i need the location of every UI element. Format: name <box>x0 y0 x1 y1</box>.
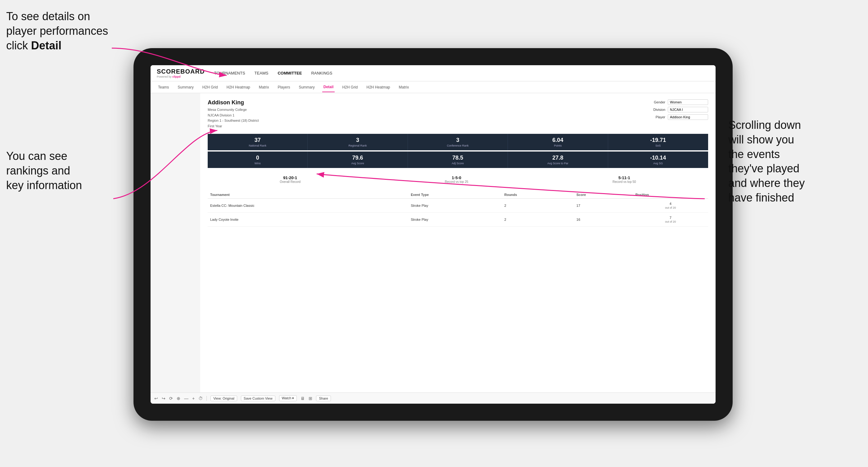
record-top25-label: Record vs top 25 <box>445 180 468 184</box>
watch-button[interactable]: Watch ▾ <box>279 395 297 401</box>
stat-sos-label: SoS <box>612 144 704 147</box>
tab-h2h-grid2[interactable]: H2H Grid <box>341 83 359 92</box>
minus-icon[interactable]: — <box>184 396 188 401</box>
td-rounds-2: 2 <box>502 213 574 227</box>
td-event-type-2: Stroke Play <box>408 213 502 227</box>
tab-summary2[interactable]: Summary <box>298 83 316 92</box>
stat-conference-rank: 3 Conference Rank <box>408 134 508 150</box>
gender-select[interactable]: Women <box>668 99 708 105</box>
stat-points-value: 6.04 <box>512 137 604 144</box>
tab-matrix2[interactable]: Matrix <box>398 83 410 92</box>
view-original-button[interactable]: View: Original <box>211 396 237 401</box>
screen-icon[interactable]: 🖥 <box>301 396 305 401</box>
player-info: Addison King Mesa Community College NJCA… <box>208 99 258 129</box>
logo-area: SCOREBOARD Powered by clippd <box>157 68 205 78</box>
main-nav-items: TOURNAMENTS TEAMS COMMITTEE RANKINGS <box>214 69 332 77</box>
stat-avg-score: 79.6 Avg Score <box>308 152 408 168</box>
stat-sos: -19.71 SoS <box>608 134 708 150</box>
player-control: Player Addison King <box>648 114 708 120</box>
stat-points: 6.04 Points <box>508 134 608 150</box>
nav-committee[interactable]: COMMITTEE <box>278 69 302 77</box>
player-label: Player <box>648 115 665 119</box>
th-rounds: Rounds <box>502 191 574 199</box>
player-year: First Year <box>208 124 258 129</box>
stat-adj-score: 78.5 Adj Score <box>408 152 508 168</box>
left-sidebar <box>151 93 200 393</box>
division-control: Division NJCAA I <box>648 107 708 113</box>
tab-h2h-heatmap[interactable]: H2H Heatmap <box>225 83 251 92</box>
stat-conference-rank-label: Conference Rank <box>412 144 504 147</box>
td-rounds-1: 2 <box>502 199 574 213</box>
stat-avg-score-label: Avg Score <box>311 162 404 165</box>
nav-teams[interactable]: TEAMS <box>254 69 269 77</box>
stat-wins-value: 0 <box>211 155 304 161</box>
record-top50: 5-11-1 Record vs top 50 <box>613 176 636 184</box>
stat-regional-rank: 3 Regional Rank <box>308 134 408 150</box>
record-top50-value: 5-11-1 <box>613 176 636 180</box>
nav-rankings[interactable]: RANKINGS <box>311 69 332 77</box>
stat-avg-score-to-par-value: 27.8 <box>512 155 604 161</box>
player-select[interactable]: Addison King <box>668 114 708 120</box>
annotation-bottom-left: You can see rankings and key information <box>6 149 112 192</box>
nav-tournaments[interactable]: TOURNAMENTS <box>214 69 245 77</box>
tab-h2h-grid[interactable]: H2H Grid <box>201 83 219 92</box>
player-header: Addison King Mesa Community College NJCA… <box>208 99 708 129</box>
logo-powered: Powered by clippd <box>157 75 205 78</box>
toolbar-divider <box>207 396 207 401</box>
player-region: Region 1 - Southwest (18) District <box>208 118 258 124</box>
stat-avg-score-to-par: 27.8 Avg Score to Par <box>508 152 608 168</box>
stat-national-rank-value: 37 <box>211 137 304 144</box>
table-row: Estella CC- Mountain Classic Stroke Play… <box>208 199 708 213</box>
clock-icon[interactable]: ⏱ <box>198 396 203 401</box>
sub-navigation: Teams Summary H2H Grid H2H Heatmap Matri… <box>151 81 716 93</box>
annotation-right: Scrolling down will show you the events … <box>728 118 859 205</box>
stats-grid-row1: 37 National Rank 3 Regional Rank 3 Confe… <box>208 134 708 150</box>
stat-conference-rank-value: 3 <box>412 137 504 144</box>
stat-national-rank-label: National Rank <box>211 144 304 147</box>
tablet-device: SCOREBOARD Powered by clippd TOURNAMENTS… <box>133 48 733 421</box>
stats-grid-row2: 0 Wins 79.6 Avg Score 78.5 Adj Score 27.… <box>208 152 708 168</box>
tab-matrix[interactable]: Matrix <box>258 83 270 92</box>
td-event-type-1: Stroke Play <box>408 199 502 213</box>
record-top25: 1-5-0 Record vs top 25 <box>445 176 468 184</box>
division-select[interactable]: NJCAA I <box>668 107 708 113</box>
save-custom-view-button[interactable]: Save Custom View <box>241 396 275 401</box>
table-header-row: Tournament Event Type Rounds Score Posit… <box>208 191 708 199</box>
annotation-top-left: To see details on player performances cl… <box>6 9 124 53</box>
tablet-screen: SCOREBOARD Powered by clippd TOURNAMENTS… <box>151 65 716 404</box>
td-position-2: 7out of 20 <box>633 213 708 227</box>
tab-teams[interactable]: Teams <box>157 83 170 92</box>
tab-players[interactable]: Players <box>276 83 291 92</box>
tab-summary[interactable]: Summary <box>176 83 195 92</box>
grid-icon[interactable]: ⊞ <box>309 396 312 401</box>
record-overall: 91-20-1 Overall Record <box>280 176 301 184</box>
td-tournament-1: Estella CC- Mountain Classic <box>208 199 408 213</box>
record-overall-value: 91-20-1 <box>280 176 301 180</box>
record-top50-label: Record vs top 50 <box>613 180 636 184</box>
content-panel: Addison King Mesa Community College NJCA… <box>200 93 716 393</box>
table-row: Lady Coyote Invite Stroke Play 2 16 7out… <box>208 213 708 227</box>
stat-wins-label: Wins <box>211 162 304 165</box>
zoom-icon[interactable]: ⊕ <box>177 396 180 401</box>
stat-avg-score-value: 79.6 <box>311 155 404 161</box>
player-division: NJCAA Division 1 <box>208 113 258 118</box>
gender-label: Gender <box>648 100 665 104</box>
share-button[interactable]: Share <box>316 396 331 401</box>
stat-avg-score-to-par-label: Avg Score to Par <box>512 162 604 165</box>
stat-avg-sg-label: Avg SG <box>612 162 704 165</box>
th-tournament: Tournament <box>208 191 408 199</box>
th-event-type: Event Type <box>408 191 502 199</box>
top-navigation: SCOREBOARD Powered by clippd TOURNAMENTS… <box>151 65 716 81</box>
main-content: Addison King Mesa Community College NJCA… <box>151 93 716 393</box>
tab-detail[interactable]: Detail <box>322 82 335 92</box>
plus-icon[interactable]: + <box>192 396 195 401</box>
undo-icon[interactable]: ↩ <box>154 396 158 401</box>
tab-h2h-heatmap2[interactable]: H2H Heatmap <box>365 83 391 92</box>
record-overall-label: Overall Record <box>280 180 301 184</box>
stat-points-label: Points <box>512 144 604 147</box>
td-score-1: 17 <box>574 199 633 213</box>
refresh-icon[interactable]: ⟳ <box>169 396 173 401</box>
stat-regional-rank-label: Regional Rank <box>311 144 404 147</box>
tournament-table: Tournament Event Type Rounds Score Posit… <box>208 191 708 227</box>
redo-icon[interactable]: ↪ <box>162 396 165 401</box>
